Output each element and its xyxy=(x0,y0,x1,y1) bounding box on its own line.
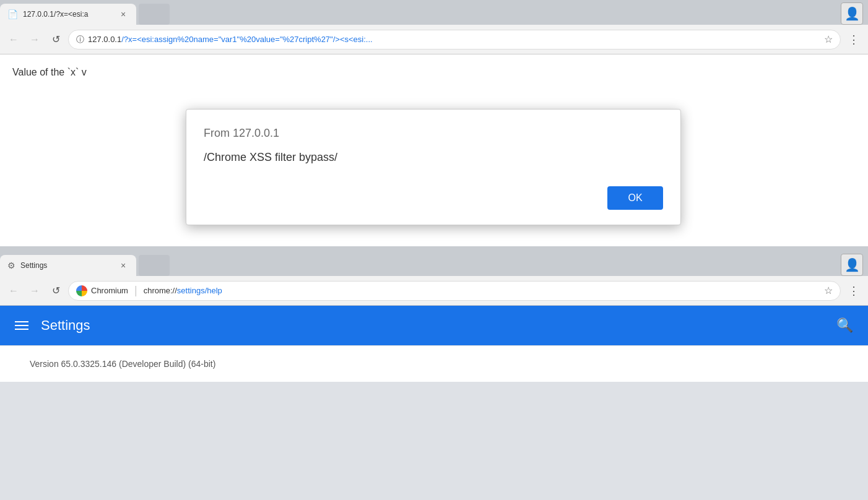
settings-tab-icon: ⚙ xyxy=(7,261,15,270)
url-text-2: chrome://settings/help xyxy=(144,286,820,295)
new-tab-button-1[interactable] xyxy=(139,4,170,25)
back-button-1[interactable]: ← xyxy=(5,31,22,48)
chromium-logo-icon xyxy=(76,285,87,296)
hamburger-menu-button[interactable] xyxy=(15,321,28,330)
address-bar-1: ← → ↺ ⓘ 127.0.0.1/?x=<esi:assign%20name=… xyxy=(0,25,868,54)
tab-close-1[interactable]: × xyxy=(118,9,129,20)
tab-page-icon: 📄 xyxy=(7,9,18,19)
dialog-message: /Chrome XSS filter bypass/ xyxy=(204,151,663,164)
chromium-label: Chromium xyxy=(91,286,128,295)
reload-button-2[interactable]: ↺ xyxy=(47,282,64,300)
menu-button-2[interactable]: ⋮ xyxy=(844,282,863,300)
version-info: Version 65.0.3325.146 (Developer Build) … xyxy=(30,359,215,369)
tab-title-2: Settings xyxy=(20,261,113,270)
settings-content: Version 65.0.3325.146 (Developer Build) … xyxy=(0,345,868,382)
browser-separator xyxy=(0,246,868,251)
active-tab-2[interactable]: ⚙ Settings × xyxy=(0,255,136,276)
dialog-from: From 127.0.0.1 xyxy=(204,127,663,140)
tab-bar-1: 📄 127.0.0.1/?x=<esi:a × 👤 xyxy=(0,0,868,25)
reload-button-1[interactable]: ↺ xyxy=(47,31,64,48)
profile-icon-1: 👤 xyxy=(844,6,860,21)
back-button-2[interactable]: ← xyxy=(5,282,22,300)
address-bar-2: ← → ↺ Chromium | chrome://settings/help … xyxy=(0,276,868,306)
dialog-ok-button[interactable]: OK xyxy=(607,186,663,210)
url-domain-1: 127.0.0.1 xyxy=(88,35,121,44)
hamburger-line-3 xyxy=(15,329,28,330)
browser-window-2: ⚙ Settings × 👤 ← → ↺ Chromium | chrome:/… xyxy=(0,251,868,382)
active-tab-1[interactable]: 📄 127.0.0.1/?x=<esi:a × xyxy=(0,4,136,25)
menu-button-1[interactable]: ⋮ xyxy=(844,30,863,49)
profile-icon-2: 👤 xyxy=(844,257,860,272)
settings-header: Settings 🔍 xyxy=(0,306,868,345)
alert-dialog: From 127.0.0.1 /Chrome XSS filter bypass… xyxy=(186,109,681,225)
dialog-buttons: OK xyxy=(204,186,663,210)
info-icon-1: ⓘ xyxy=(76,34,84,45)
forward-button-1[interactable]: → xyxy=(26,31,43,48)
url-text-1: 127.0.0.1/?x=<esi:assign%20name="var1"%2… xyxy=(88,35,820,44)
url-path-1: /?x=<esi:assign%20name="var1"%20value="%… xyxy=(121,35,372,44)
bookmark-button-1[interactable]: ☆ xyxy=(824,33,833,45)
url-bar-1[interactable]: ⓘ 127.0.0.1/?x=<esi:assign%20name="var1"… xyxy=(68,30,841,50)
settings-search-button[interactable]: 🔍 xyxy=(836,317,853,334)
hamburger-line-1 xyxy=(15,321,28,322)
url-bar-2[interactable]: Chromium | chrome://settings/help ☆ xyxy=(68,281,841,301)
profile-button-2[interactable]: 👤 xyxy=(841,254,863,276)
new-tab-button-2[interactable] xyxy=(139,255,170,276)
profile-button-1[interactable]: 👤 xyxy=(841,2,863,25)
page-content-1: Value of the `x` v From 127.0.0.1 /Chrom… xyxy=(0,54,868,246)
tab-title-1: 127.0.0.1/?x=<esi:a xyxy=(23,10,113,19)
hamburger-line-2 xyxy=(15,325,28,326)
tab-bar-2: ⚙ Settings × 👤 xyxy=(0,251,868,276)
url-separator: | xyxy=(134,284,137,297)
settings-page-title: Settings xyxy=(41,317,824,334)
forward-button-2[interactable]: → xyxy=(26,282,43,300)
bookmark-button-2[interactable]: ☆ xyxy=(824,285,833,296)
page-text-1: Value of the `x` v xyxy=(12,67,87,77)
browser-window-1: 📄 127.0.0.1/?x=<esi:a × 👤 ← → ↺ ⓘ 127.0.… xyxy=(0,0,868,246)
tab-close-2[interactable]: × xyxy=(118,260,129,271)
